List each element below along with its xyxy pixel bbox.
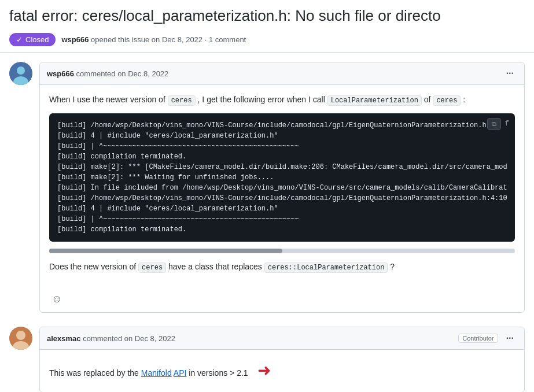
- comment-header-2: alexsmac commented on Dec 8, 2022 Contri…: [40, 327, 524, 350]
- comment-date-2: Dec 8, 2022: [135, 334, 175, 343]
- more-options-1[interactable]: ···: [503, 67, 517, 80]
- ceres-inline-code-1: ceres: [168, 95, 196, 106]
- code-line-10: [build] compilation terminated.: [57, 224, 507, 235]
- code-line-9: [build] | ^~~~~~~~~~~~~~~~~~~~~~~~~~~~~~…: [57, 214, 507, 224]
- comment-header-left-2: alexsmac commented on Dec 8, 2022: [47, 334, 175, 343]
- svg-point-1: [17, 66, 25, 75]
- svg-point-4: [16, 331, 25, 340]
- code-line-2: [build] | ^~~~~~~~~~~~~~~~~~~~~~~~~~~~~~…: [57, 141, 507, 151]
- code-line-4: [build] make[2]: *** [CMakeFiles/camera_…: [57, 162, 507, 172]
- ceres-q-inline: ceres: [138, 262, 166, 273]
- issue-meta: ✓ Closed wsp666 opened this issue on Dec…: [0, 29, 534, 53]
- code-scrollbar[interactable]: [49, 249, 515, 253]
- comment-header-right-2: Contributor ···: [458, 332, 517, 345]
- comment-box-1: wsp666 commented on Dec 8, 2022 ··· When…: [39, 62, 525, 313]
- reply-body-end: in versions > 2.1: [189, 368, 248, 378]
- api-link[interactable]: API: [174, 368, 187, 378]
- question-end: ?: [390, 262, 395, 271]
- avatar-image-1: [9, 62, 32, 85]
- local-param-inline-code: LocalParameterization: [327, 95, 422, 106]
- body-colon: :: [463, 95, 465, 104]
- issue-title: fatal error: ceres/local_parameterizatio…: [0, 0, 534, 29]
- body-mid-text: , I get the following error when I call: [198, 95, 327, 104]
- code-block-1: ⧉ f [build] /home/wsp/Desktop/vins_mono/…: [49, 113, 515, 242]
- avatar-2: [9, 327, 32, 350]
- body-intro-text: When I use the newer version of: [49, 95, 168, 104]
- comment-action-2: commented on: [83, 334, 135, 343]
- class-name-inline: ceres::LocalParameterization: [264, 262, 388, 273]
- comment-header-right-1: ···: [503, 67, 517, 80]
- comment-block-1: wsp666 commented on Dec 8, 2022 ··· When…: [9, 62, 525, 313]
- expand-icon: f: [504, 118, 509, 130]
- code-line-5: [build] make[2]: *** Waiting for unfinis…: [57, 172, 507, 183]
- comment-intro-paragraph: When I use the newer version of ceres , …: [49, 93, 515, 106]
- comments-area: wsp666 commented on Dec 8, 2022 ··· When…: [0, 53, 534, 392]
- emoji-reaction-button[interactable]: ☺: [49, 292, 64, 306]
- contributor-badge: Contributor: [458, 334, 498, 343]
- comment-block-2: alexsmac commented on Dec 8, 2022 Contri…: [9, 327, 525, 392]
- code-line-1: [build] 4 | #include "ceres/local_parame…: [57, 131, 507, 141]
- copy-button[interactable]: ⧉: [487, 118, 501, 130]
- code-line-0: [build] /home/wsp/Desktop/vins_mono/VINS…: [57, 120, 507, 131]
- comment-body-2: This was replaced by the Manifold API in…: [40, 350, 524, 392]
- code-line-6: [build] In file included from /home/wsp/…: [57, 183, 507, 193]
- code-line-3: [build] compilation terminated.: [57, 151, 507, 162]
- comment-header-1: wsp666 commented on Dec 8, 2022 ···: [40, 62, 524, 85]
- issue-meta-info: wsp666 opened this issue on Dec 8, 2022 …: [61, 35, 246, 44]
- comment-action-1: commented on: [76, 69, 128, 78]
- code-line-8: [build] 4 | #include "ceres/local_parame…: [57, 204, 507, 214]
- reply-body-start: This was replaced by the: [49, 368, 141, 378]
- more-options-2[interactable]: ···: [503, 332, 517, 345]
- ceres-inline-code-2: ceres: [433, 95, 461, 106]
- arrow-indicator: ➜: [257, 361, 271, 379]
- comment-question-paragraph: Does the new version of ceres have a cla…: [49, 260, 515, 273]
- comment-header-left-1: wsp666 commented on Dec 8, 2022: [47, 69, 168, 78]
- manifold-link[interactable]: Manifold: [141, 368, 172, 378]
- reaction-area-1: ☺: [40, 289, 524, 312]
- comment-box-2: alexsmac commented on Dec 8, 2022 Contri…: [39, 327, 525, 392]
- commenter-name-2[interactable]: alexsmac: [47, 334, 81, 343]
- commenter-name-1[interactable]: wsp666: [47, 69, 74, 78]
- status-badge[interactable]: ✓ Closed: [9, 33, 56, 46]
- comment-date-1: Dec 8, 2022: [128, 69, 168, 78]
- issue-author-link[interactable]: wsp666: [61, 35, 89, 44]
- avatar-1: [9, 62, 32, 85]
- code-line-7: [build] /home/wsp/Desktop/vins_mono/VINS…: [57, 193, 507, 204]
- question-mid: have a class that replaces: [168, 262, 264, 271]
- avatar-image-2: [9, 327, 32, 350]
- scrollbar-thumb: [49, 249, 282, 253]
- check-icon: ✓: [16, 35, 23, 44]
- code-block-header: ⧉ f: [487, 118, 509, 130]
- comment-body-1: When I use the newer version of ceres , …: [40, 85, 524, 289]
- question-start: Does the new version of: [49, 262, 138, 271]
- body-end-text: of: [424, 95, 433, 104]
- status-label: Closed: [25, 35, 49, 44]
